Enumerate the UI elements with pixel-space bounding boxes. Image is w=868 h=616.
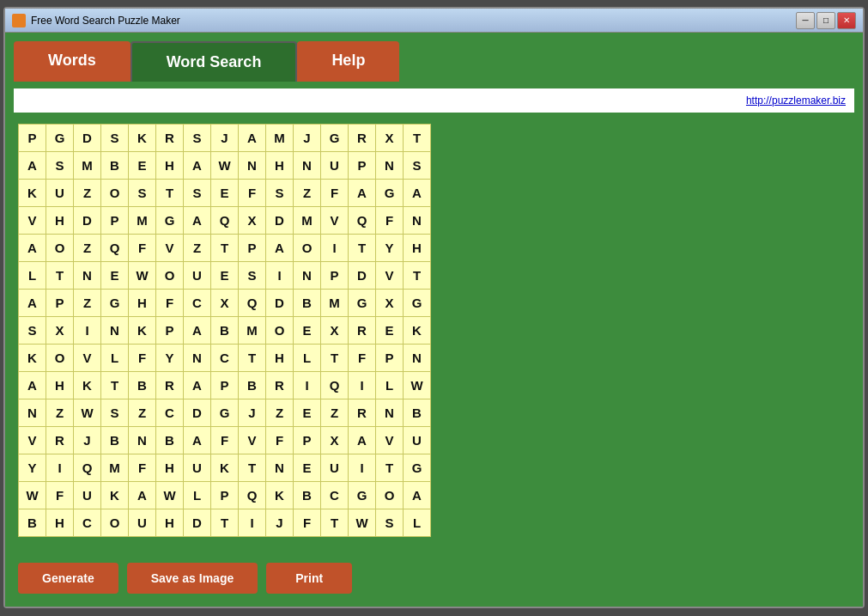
grid-cell[interactable]: Z: [74, 290, 101, 317]
grid-cell[interactable]: A: [266, 235, 294, 262]
grid-cell[interactable]: U: [321, 454, 349, 482]
grid-cell[interactable]: Y: [376, 235, 404, 262]
grid-cell[interactable]: N: [294, 152, 321, 180]
grid-cell[interactable]: J: [266, 509, 294, 537]
grid-cell[interactable]: D: [184, 399, 211, 427]
grid-cell[interactable]: P: [239, 235, 266, 262]
grid-cell[interactable]: J: [211, 125, 239, 152]
grid-cell[interactable]: H: [156, 152, 184, 180]
website-link[interactable]: http://puzzlemaker.biz: [746, 95, 846, 107]
grid-cell[interactable]: V: [321, 207, 349, 235]
grid-cell[interactable]: P: [321, 262, 349, 290]
grid-cell[interactable]: J: [239, 399, 266, 427]
grid-cell[interactable]: Z: [74, 235, 101, 262]
grid-cell[interactable]: K: [404, 317, 431, 345]
grid-cell[interactable]: K: [101, 482, 129, 509]
grid-cell[interactable]: T: [239, 345, 266, 372]
grid-cell[interactable]: M: [266, 125, 294, 152]
grid-cell[interactable]: T: [349, 235, 376, 262]
grid-cell[interactable]: K: [19, 180, 46, 207]
grid-cell[interactable]: G: [101, 290, 129, 317]
grid-cell[interactable]: E: [294, 399, 321, 427]
grid-cell[interactable]: T: [46, 262, 74, 290]
grid-cell[interactable]: P: [211, 482, 239, 509]
grid-cell[interactable]: V: [156, 235, 184, 262]
grid-cell[interactable]: W: [211, 152, 239, 180]
grid-cell[interactable]: A: [404, 180, 431, 207]
grid-cell[interactable]: B: [294, 290, 321, 317]
grid-cell[interactable]: J: [294, 125, 321, 152]
grid-cell[interactable]: S: [376, 509, 404, 537]
grid-cell[interactable]: I: [294, 372, 321, 399]
grid-cell[interactable]: C: [321, 482, 349, 509]
grid-cell[interactable]: X: [376, 290, 404, 317]
grid-cell[interactable]: N: [184, 345, 211, 372]
grid-cell[interactable]: F: [239, 180, 266, 207]
grid-cell[interactable]: Q: [101, 235, 129, 262]
grid-cell[interactable]: Q: [239, 290, 266, 317]
grid-cell[interactable]: F: [294, 509, 321, 537]
grid-cell[interactable]: S: [239, 262, 266, 290]
grid-cell[interactable]: G: [404, 454, 431, 482]
grid-cell[interactable]: N: [404, 207, 431, 235]
grid-cell[interactable]: G: [321, 125, 349, 152]
grid-cell[interactable]: W: [129, 262, 156, 290]
grid-cell[interactable]: T: [376, 454, 404, 482]
tab-words[interactable]: Words: [14, 41, 131, 82]
grid-cell[interactable]: K: [19, 345, 46, 372]
grid-cell[interactable]: I: [74, 317, 101, 345]
grid-cell[interactable]: D: [266, 290, 294, 317]
grid-cell[interactable]: B: [101, 152, 129, 180]
grid-cell[interactable]: T: [321, 509, 349, 537]
grid-cell[interactable]: L: [19, 262, 46, 290]
grid-cell[interactable]: Z: [74, 180, 101, 207]
grid-cell[interactable]: C: [184, 290, 211, 317]
grid-cell[interactable]: O: [46, 235, 74, 262]
grid-cell[interactable]: X: [46, 317, 74, 345]
grid-cell[interactable]: P: [294, 427, 321, 454]
grid-cell[interactable]: D: [184, 509, 211, 537]
grid-cell[interactable]: B: [211, 317, 239, 345]
grid-cell[interactable]: S: [129, 180, 156, 207]
grid-cell[interactable]: F: [211, 427, 239, 454]
grid-cell[interactable]: T: [404, 262, 431, 290]
grid-cell[interactable]: F: [129, 345, 156, 372]
grid-cell[interactable]: H: [404, 235, 431, 262]
grid-cell[interactable]: X: [376, 125, 404, 152]
grid-cell[interactable]: C: [211, 345, 239, 372]
grid-cell[interactable]: R: [156, 125, 184, 152]
grid-cell[interactable]: E: [211, 180, 239, 207]
grid-cell[interactable]: A: [184, 207, 211, 235]
grid-cell[interactable]: B: [101, 427, 129, 454]
grid-cell[interactable]: O: [101, 509, 129, 537]
print-button[interactable]: Print: [266, 563, 352, 594]
grid-cell[interactable]: T: [321, 345, 349, 372]
grid-cell[interactable]: U: [404, 427, 431, 454]
grid-cell[interactable]: K: [129, 125, 156, 152]
grid-cell[interactable]: S: [46, 152, 74, 180]
grid-cell[interactable]: U: [321, 152, 349, 180]
grid-cell[interactable]: V: [376, 262, 404, 290]
grid-cell[interactable]: O: [376, 482, 404, 509]
grid-cell[interactable]: R: [46, 427, 74, 454]
grid-cell[interactable]: X: [321, 317, 349, 345]
grid-cell[interactable]: J: [74, 427, 101, 454]
grid-cell[interactable]: H: [46, 207, 74, 235]
grid-cell[interactable]: M: [129, 207, 156, 235]
grid-cell[interactable]: T: [211, 235, 239, 262]
grid-cell[interactable]: O: [266, 317, 294, 345]
grid-cell[interactable]: V: [239, 427, 266, 454]
grid-cell[interactable]: P: [376, 345, 404, 372]
grid-cell[interactable]: F: [321, 180, 349, 207]
grid-cell[interactable]: S: [184, 180, 211, 207]
grid-cell[interactable]: H: [156, 509, 184, 537]
grid-cell[interactable]: F: [46, 482, 74, 509]
grid-cell[interactable]: S: [266, 180, 294, 207]
grid-cell[interactable]: L: [101, 345, 129, 372]
grid-cell[interactable]: G: [46, 125, 74, 152]
grid-cell[interactable]: X: [321, 427, 349, 454]
close-button[interactable]: ✕: [837, 12, 856, 29]
grid-cell[interactable]: I: [46, 454, 74, 482]
tab-word-search[interactable]: Word Search: [131, 41, 298, 82]
maximize-button[interactable]: □: [816, 12, 835, 29]
